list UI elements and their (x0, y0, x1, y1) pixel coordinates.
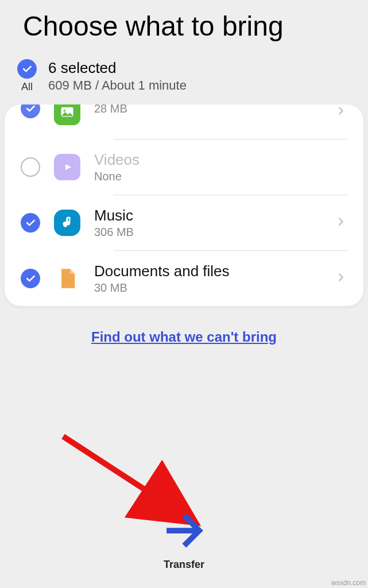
transfer-button[interactable]: Transfer (0, 508, 368, 571)
list-item[interactable]: 28 MB (5, 105, 363, 139)
select-all-row[interactable]: All 6 selected 609 MB / About 1 minute (0, 59, 368, 105)
svg-point-1 (64, 110, 66, 112)
music-icon (54, 210, 80, 236)
arrow-right-icon (162, 508, 207, 555)
video-icon (54, 154, 80, 180)
transfer-label: Transfer (164, 559, 204, 571)
item-checkbox[interactable] (21, 213, 40, 233)
item-sub: None (94, 170, 347, 183)
image-icon (54, 105, 80, 125)
cant-bring-link[interactable]: Find out what we can't bring (91, 329, 277, 345)
select-all-checkbox[interactable] (17, 59, 37, 79)
list-item[interactable]: Music 306 MB (5, 195, 363, 250)
watermark: wsxdn.com (331, 579, 366, 587)
item-title: Documents and files (94, 262, 321, 280)
item-checkbox[interactable] (21, 157, 40, 177)
item-title: Videos (94, 151, 347, 169)
chevron-right-icon (335, 215, 347, 230)
list-item[interactable]: Videos None (5, 140, 363, 195)
document-icon (54, 265, 80, 292)
items-card: 28 MB Videos None Music 306 MB (5, 105, 363, 306)
item-sub: 30 MB (94, 281, 321, 295)
selected-detail: 609 MB / About 1 minute (48, 78, 187, 93)
select-all-label: All (21, 81, 33, 93)
list-item[interactable]: Documents and files 30 MB (5, 251, 363, 306)
selected-count: 6 selected (48, 59, 187, 77)
item-sub: 28 MB (94, 105, 321, 115)
chevron-right-icon (335, 271, 347, 286)
item-title: Music (94, 207, 321, 225)
item-checkbox[interactable] (21, 269, 40, 288)
item-sub: 306 MB (94, 226, 321, 239)
chevron-right-icon (335, 105, 347, 119)
item-checkbox[interactable] (21, 105, 40, 118)
svg-line-4 (63, 436, 187, 517)
page-title: Choose what to bring (0, 0, 368, 59)
